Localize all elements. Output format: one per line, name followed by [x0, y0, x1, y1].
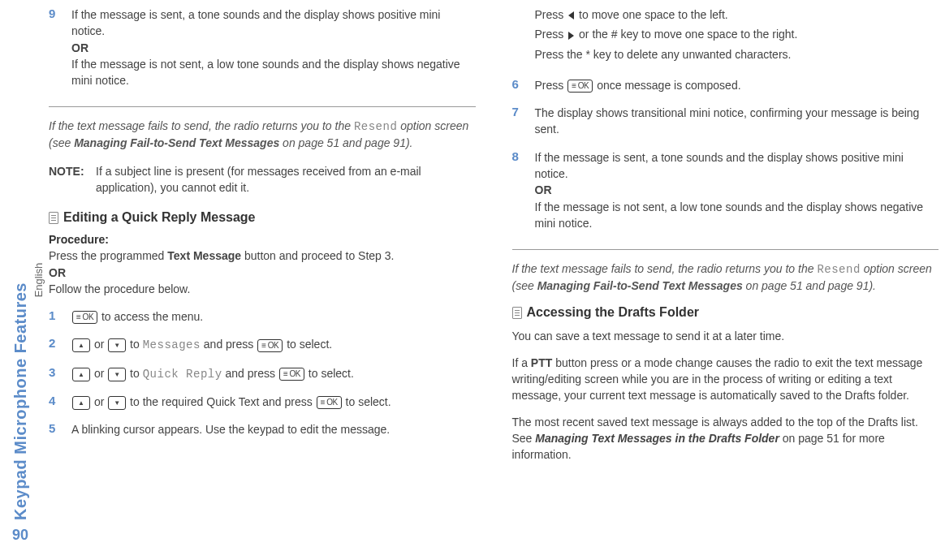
- up-key-icon: [72, 338, 90, 352]
- section-heading-editing-quick-reply: Editing a Quick Reply Message: [49, 210, 476, 225]
- ok-key-icon: ≡ OK: [72, 311, 97, 324]
- page-content: 9 If the message is sent, a tone sounds …: [49, 6, 939, 554]
- text: If a: [512, 356, 531, 369]
- step-body: If the message is sent, a tone sounds an…: [71, 6, 476, 88]
- document-icon: [49, 212, 58, 224]
- step-9: 9 If the message is sent, a tone sounds …: [49, 6, 476, 88]
- document-icon: [512, 307, 522, 319]
- step-body: The display shows transitional mini noti…: [535, 105, 939, 138]
- text: button press or a mode change causes the…: [512, 356, 923, 403]
- text: to the required Quick Text and press: [127, 395, 315, 408]
- text: Follow the procedure below.: [49, 282, 190, 295]
- procedure-label: Procedure:: [49, 233, 476, 246]
- text: Press the programmed: [49, 249, 167, 262]
- step-number: 7: [512, 105, 535, 138]
- heading-text: Accessing the Drafts Folder: [527, 305, 700, 320]
- text: If the message is sent, a tone sounds an…: [71, 8, 440, 37]
- step-8: 8 If the message is sent, a tone sounds …: [512, 149, 939, 231]
- text: If the text message fails to send, the r…: [49, 119, 354, 132]
- step-body: Press to move one space to the left. Pre…: [535, 6, 939, 62]
- text: If the message is not sent, a low tone s…: [71, 58, 460, 87]
- text: to select.: [343, 395, 391, 408]
- text: to: [127, 367, 142, 380]
- paragraph: If a PTT button press or a mode change c…: [512, 355, 939, 404]
- step-number: 6: [512, 77, 535, 93]
- ok-key-icon: ≡ OK: [567, 80, 593, 93]
- button-name: PTT: [531, 356, 552, 369]
- step-body: A blinking cursor appears. Use the keypa…: [71, 421, 476, 437]
- divider: [49, 106, 476, 107]
- step-2: 2 or to Messages and press ≡ OK to selec…: [49, 336, 476, 353]
- step-body: If the message is sent, a tone sounds an…: [535, 149, 939, 231]
- or-label: OR: [71, 41, 88, 54]
- heading-text: Editing a Quick Reply Message: [63, 210, 256, 225]
- left-arrow-icon: [568, 11, 574, 19]
- code-text: Resend: [817, 263, 860, 276]
- continuation-block: Press to move one space to the left. Pre…: [512, 6, 939, 62]
- text: on page 51 and page 91).: [743, 279, 876, 292]
- paragraph: The most recent saved text message is al…: [512, 414, 939, 463]
- text: Press: [535, 79, 567, 92]
- text: Press: [535, 28, 567, 41]
- ok-key-icon: ≡ OK: [257, 339, 283, 352]
- text: Press: [535, 8, 567, 21]
- text: or: [91, 367, 107, 380]
- step-number: 3: [49, 365, 71, 382]
- paragraph: You can save a text message to send it a…: [512, 328, 939, 344]
- text: to: [127, 338, 142, 351]
- step-3: 3 or to Quick Reply and press ≡ OK to se…: [49, 365, 476, 382]
- note-text: If a subject line is present (for messag…: [96, 163, 476, 196]
- divider: [512, 249, 939, 250]
- step-body: ≡ OK to access the menu.: [71, 308, 476, 325]
- step-body: or to the required Quick Text and press …: [71, 394, 476, 410]
- note-label: NOTE:: [49, 163, 96, 196]
- text: to select.: [283, 338, 332, 351]
- text: on page 51 and page 91).: [279, 136, 412, 149]
- section-heading-drafts-folder: Accessing the Drafts Folder: [512, 305, 939, 320]
- up-key-icon: [72, 396, 90, 410]
- text: If the text message fails to send, the r…: [512, 262, 818, 275]
- step-4: 4 or to the required Quick Text and pres…: [49, 394, 476, 410]
- note-block: NOTE: If a subject line is present (for …: [49, 163, 476, 196]
- section-title-vertical: Keypad Microphone Features: [11, 282, 30, 520]
- code-text: Messages: [143, 338, 201, 351]
- text: If the message is sent, a tone sounds an…: [535, 151, 904, 180]
- cross-ref: Managing Fail-to-Send Text Messages: [74, 136, 279, 149]
- step-number: 5: [49, 421, 71, 437]
- step-5: 5 A blinking cursor appears. Use the key…: [49, 421, 476, 437]
- step-body: Press ≡ OK once message is composed.: [535, 77, 939, 93]
- step-number: 9: [49, 6, 71, 88]
- fail-to-send-note: If the text message fails to send, the r…: [512, 261, 939, 294]
- down-key-icon: [108, 338, 126, 352]
- step-6: 6 Press ≡ OK once message is composed.: [512, 77, 939, 93]
- step-number: 8: [512, 149, 535, 231]
- cross-ref: Managing Fail-to-Send Text Messages: [537, 279, 743, 292]
- code-text: Quick Reply: [143, 368, 222, 381]
- left-column: 9 If the message is sent, a tone sounds …: [49, 6, 476, 554]
- text: to access the menu.: [98, 310, 203, 323]
- text: to move one space to the left.: [576, 8, 728, 21]
- text: once message is composed.: [593, 79, 740, 92]
- code-text: Resend: [354, 120, 397, 133]
- language-label: English: [32, 263, 45, 298]
- text: or the # key to move one space to the ri…: [576, 28, 797, 41]
- text: or: [91, 338, 107, 351]
- text: If the message is not sent, a low tone s…: [535, 200, 924, 230]
- step-body: or to Messages and press ≡ OK to select.: [71, 336, 476, 353]
- ok-key-icon: ≡ OK: [317, 396, 342, 409]
- step-number: 4: [49, 394, 71, 410]
- step-number: 2: [49, 336, 71, 353]
- step-body: or to Quick Reply and press ≡ OK to sele…: [71, 365, 476, 382]
- text: or: [91, 395, 107, 408]
- right-arrow-icon: [568, 32, 574, 40]
- down-key-icon: [108, 368, 126, 381]
- text: to select.: [305, 367, 354, 380]
- sidebar: Keypad Microphone Features English 90: [0, 0, 41, 560]
- text: and press: [222, 367, 278, 380]
- text: button and proceed to Step 3.: [241, 249, 394, 262]
- down-key-icon: [108, 396, 126, 410]
- fail-to-send-note: If the text message fails to send, the r…: [49, 118, 476, 151]
- text: Press the * key to delete any unwanted c…: [535, 46, 939, 62]
- text: and press: [201, 338, 257, 351]
- step-number: 1: [49, 308, 71, 325]
